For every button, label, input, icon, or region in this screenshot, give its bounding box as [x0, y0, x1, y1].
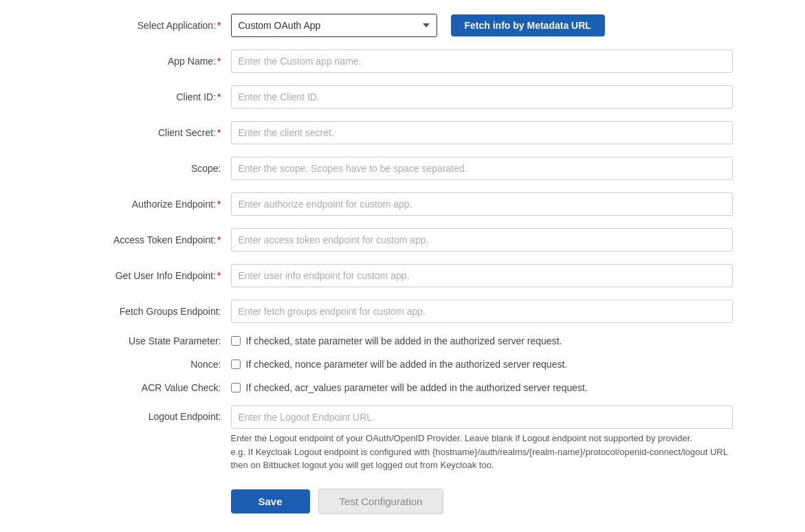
nonce-row: Nonce: If checked, nonce parameter will …: [73, 359, 733, 370]
nonce-checkbox[interactable]: [231, 359, 241, 369]
nonce-field: If checked, nonce parameter will be adde…: [231, 359, 568, 370]
use-state-parameter-checkbox[interactable]: [231, 336, 241, 346]
app-name-required-star: *: [217, 56, 221, 67]
authorize-endpoint-label-text: Authorize Endpoint:: [132, 199, 216, 210]
nonce-text: If checked, nonce parameter will be adde…: [246, 359, 568, 370]
select-application-label-text: Select Application:: [137, 20, 216, 31]
use-state-parameter-label-text: Use State Parameter:: [129, 335, 221, 346]
select-application-row: Select Application:* Custom OAuth App Fe…: [73, 14, 733, 37]
client-secret-row: Client Secret:*: [73, 121, 733, 144]
client-secret-label-text: Client Secret:: [158, 127, 216, 138]
buttons-row: Save Test Configuration: [73, 489, 733, 514]
user-info-endpoint-label-text: Get User Info Endpoint:: [115, 270, 216, 281]
access-token-endpoint-label: Access Token Endpoint:*: [73, 229, 231, 251]
authorize-endpoint-input[interactable]: [231, 192, 733, 216]
logout-endpoint-label: Logout Endpoint:: [73, 406, 231, 428]
fetch-groups-endpoint-field: [231, 300, 733, 323]
nonce-label: Nonce:: [73, 359, 231, 370]
use-state-parameter-row: Use State Parameter: If checked, state p…: [73, 335, 733, 346]
fetch-groups-endpoint-row: Fetch Groups Endpoint:: [73, 300, 733, 323]
client-id-label: Client ID:*: [73, 86, 231, 108]
select-application-required-star: *: [217, 20, 221, 31]
app-name-label: App Name:*: [73, 50, 231, 72]
select-application-label: Select Application:*: [73, 20, 231, 31]
authorize-endpoint-label: Authorize Endpoint:*: [73, 193, 231, 215]
scope-label: Scope:: [73, 157, 231, 179]
use-state-parameter-field: If checked, state parameter will be adde…: [231, 335, 562, 346]
client-secret-input[interactable]: [231, 121, 733, 144]
user-info-endpoint-field: [231, 264, 733, 287]
client-id-label-text: Client ID:: [176, 91, 216, 102]
acr-value-check-label: ACR Value Check:: [73, 382, 231, 393]
acr-value-check-field: If checked, acr_values parameter will be…: [231, 382, 588, 393]
acr-value-check-row: ACR Value Check: If checked, acr_values …: [73, 382, 733, 393]
scope-row: Scope:: [73, 157, 733, 180]
logout-endpoint-row: Logout Endpoint: Enter the Logout endpoi…: [73, 406, 733, 472]
user-info-endpoint-input[interactable]: [231, 264, 733, 287]
logout-endpoint-field: Enter the Logout endpoint of your OAuth/…: [231, 406, 733, 472]
app-name-input[interactable]: [231, 49, 733, 73]
client-id-required-star: *: [217, 91, 221, 102]
logout-endpoint-label-text: Logout Endpoint:: [148, 411, 221, 422]
app-name-field: [231, 49, 733, 73]
access-token-endpoint-input[interactable]: [231, 228, 733, 252]
scope-label-text: Scope:: [191, 163, 221, 174]
user-info-endpoint-required-star: *: [217, 270, 221, 281]
fetch-groups-endpoint-label: Fetch Groups Endpoint:: [73, 300, 231, 322]
user-info-endpoint-label: Get User Info Endpoint:*: [73, 265, 231, 287]
client-secret-required-star: *: [217, 127, 221, 138]
form-container: Select Application:* Custom OAuth App Fe…: [73, 14, 733, 514]
acr-value-check-checkbox[interactable]: [231, 383, 241, 392]
nonce-label-text: Nonce:: [190, 359, 221, 370]
logout-endpoint-help-text: Enter the Logout endpoint of your OAuth/…: [231, 432, 733, 472]
scope-input[interactable]: [231, 157, 733, 180]
test-configuration-button[interactable]: Test Configuration: [318, 489, 444, 514]
fetch-groups-endpoint-label-text: Fetch Groups Endpoint:: [120, 306, 221, 317]
acr-value-check-label-text: ACR Value Check:: [142, 382, 221, 393]
client-id-field: [231, 85, 733, 109]
access-token-endpoint-required-star: *: [217, 234, 221, 245]
client-id-input[interactable]: [231, 85, 733, 109]
app-name-row: App Name:*: [73, 49, 733, 73]
access-token-endpoint-row: Access Token Endpoint:*: [73, 228, 733, 252]
save-button[interactable]: Save: [231, 489, 310, 513]
user-info-endpoint-row: Get User Info Endpoint:*: [73, 264, 733, 287]
select-application-dropdown[interactable]: Custom OAuth App: [231, 14, 437, 37]
acr-value-check-text: If checked, acr_values parameter will be…: [246, 382, 588, 393]
access-token-endpoint-label-text: Access Token Endpoint:: [113, 234, 216, 245]
client-secret-label: Client Secret:*: [73, 122, 231, 144]
use-state-parameter-text: If checked, state parameter will be adde…: [246, 335, 562, 346]
scope-field: [231, 157, 733, 180]
access-token-endpoint-field: [231, 228, 733, 252]
fetch-groups-endpoint-input[interactable]: [231, 300, 733, 323]
use-state-parameter-label: Use State Parameter:: [73, 335, 231, 346]
logout-endpoint-input[interactable]: [231, 406, 733, 429]
authorize-endpoint-row: Authorize Endpoint:*: [73, 192, 733, 216]
fetch-info-button[interactable]: Fetch info by Metadata URL: [451, 14, 605, 36]
app-name-label-text: App Name:: [168, 56, 216, 67]
client-secret-field: [231, 121, 733, 144]
client-id-row: Client ID:*: [73, 85, 733, 109]
authorize-endpoint-required-star: *: [217, 199, 221, 210]
authorize-endpoint-field: [231, 192, 733, 216]
